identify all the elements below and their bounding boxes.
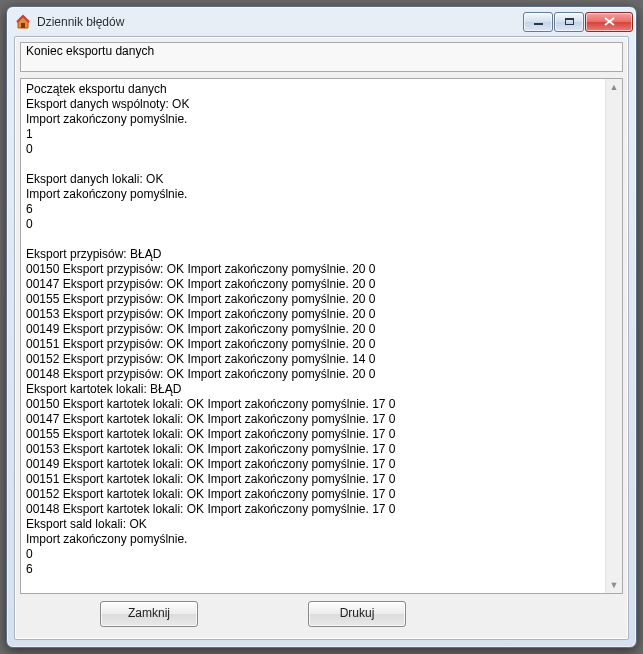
error-log-window: Dziennik błędów Koniec eksportu danych P… <box>6 6 637 648</box>
scroll-down-icon[interactable]: ▼ <box>606 577 622 593</box>
scroll-up-icon[interactable]: ▲ <box>606 79 622 95</box>
titlebar[interactable]: Dziennik błędów <box>7 7 636 36</box>
svg-rect-0 <box>21 23 25 28</box>
log-panel: Początek eksportu danych Eksport danych … <box>20 78 623 594</box>
footer: Zamknij Drukuj <box>20 594 623 634</box>
status-text: Koniec eksportu danych <box>26 44 154 58</box>
minimize-button[interactable] <box>523 12 553 32</box>
window-close-button[interactable] <box>585 12 633 32</box>
print-button[interactable]: Drukuj <box>308 601 406 627</box>
window-title: Dziennik błędów <box>37 15 523 29</box>
close-icon <box>604 17 615 26</box>
maximize-button[interactable] <box>554 12 584 32</box>
app-icon <box>15 14 31 30</box>
scrollbar[interactable]: ▲ ▼ <box>605 79 622 593</box>
client-area: Koniec eksportu danych Początek eksportu… <box>14 36 629 640</box>
close-button[interactable]: Zamknij <box>100 601 198 627</box>
log-text[interactable]: Początek eksportu danych Eksport danych … <box>21 79 605 593</box>
status-box: Koniec eksportu danych <box>20 42 623 72</box>
